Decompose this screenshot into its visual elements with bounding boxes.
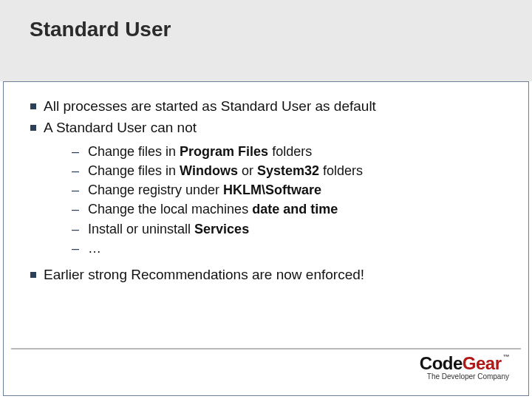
bullet-text: Earlier strong Recommendations are now e… bbox=[44, 267, 364, 282]
sub-bold: System32 bbox=[257, 163, 319, 178]
sub-bullet-item: Change the local machines date and time bbox=[72, 200, 506, 219]
sub-bullet-list: Change files in Program Files folders Ch… bbox=[72, 142, 506, 258]
sub-bullet-item: Change files in Program Files folders bbox=[72, 142, 506, 161]
sub-text: Change registry under bbox=[88, 183, 223, 197]
bullet-item: Earlier strong Recommendations are now e… bbox=[26, 265, 506, 285]
sub-text: Change files in bbox=[88, 163, 180, 178]
sub-bullet-item: Change registry under HKLM\Software bbox=[72, 180, 506, 200]
bullet-text: All processes are started as Standard Us… bbox=[44, 98, 376, 114]
bullet-text: A Standard User can not bbox=[44, 120, 197, 135]
bullet-list: All processes are started as Standard Us… bbox=[26, 97, 506, 284]
sub-text: Change files in bbox=[88, 144, 180, 159]
sub-text: or bbox=[238, 163, 257, 178]
bullet-item: A Standard User can not Change files in … bbox=[26, 118, 506, 258]
sub-text: Change the local machines bbox=[88, 202, 252, 216]
sub-text: folders bbox=[268, 144, 312, 159]
trademark-icon: ™ bbox=[503, 353, 510, 361]
sub-bold: HKLM\Software bbox=[223, 183, 321, 197]
sub-bold: Windows bbox=[180, 163, 238, 178]
sub-text: … bbox=[88, 241, 101, 256]
sub-bold: date and time bbox=[252, 202, 338, 216]
sub-text: folders bbox=[319, 163, 363, 178]
sub-bullet-item: Change files in Windows or System32 fold… bbox=[72, 161, 506, 180]
sub-text: Install or uninstall bbox=[88, 222, 194, 236]
slide-title: Standard User bbox=[30, 18, 171, 41]
sub-bold: Services bbox=[194, 222, 249, 236]
sub-bullet-item: … bbox=[72, 239, 506, 258]
logo-text-code: Code bbox=[420, 353, 463, 373]
logo-wordmark: CodeGear™ bbox=[420, 353, 509, 374]
divider bbox=[11, 348, 521, 349]
content-box: All processes are started as Standard Us… bbox=[3, 81, 529, 396]
logo-text-gear: Gear bbox=[463, 353, 502, 373]
logo: CodeGear™ The Developer Company bbox=[420, 353, 509, 381]
slide: Standard User All processes are started … bbox=[0, 0, 532, 399]
logo-tagline: The Developer Company bbox=[420, 372, 509, 381]
sub-bullet-item: Install or uninstall Services bbox=[72, 219, 506, 239]
sub-bold: Program Files bbox=[180, 144, 268, 159]
bullet-item: All processes are started as Standard Us… bbox=[26, 97, 506, 117]
